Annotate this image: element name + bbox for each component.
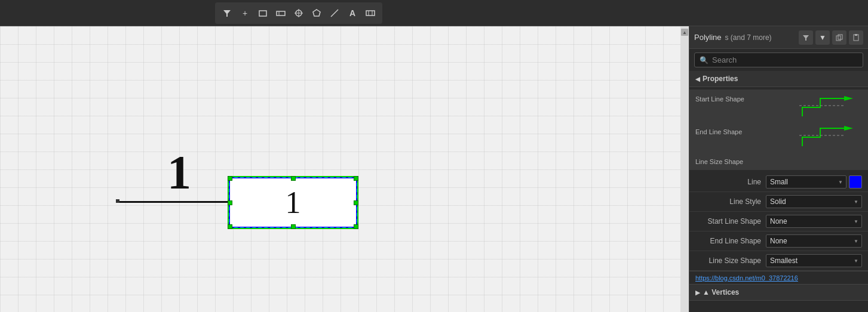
svg-rect-9	[366, 11, 375, 16]
svg-rect-16	[855, 34, 857, 36]
prop-row-line-size-shape: Line Size Shape Smallest Small Medium	[689, 251, 868, 271]
end-line-shape-control: None Arrow Diamond	[766, 234, 862, 248]
url-bar: https://blog.csdn.net/m0_37872216	[689, 271, 868, 284]
rect2-btn[interactable]	[272, 5, 289, 21]
properties-section-header: ◀ Properties	[689, 71, 868, 87]
section-arrow: ◀	[695, 76, 700, 82]
filter-icon-btn[interactable]	[799, 30, 813, 45]
filter-btn[interactable]	[219, 5, 235, 21]
handle-tr[interactable]	[354, 176, 358, 181]
line-style-label: Line Style	[695, 197, 761, 206]
add-btn[interactable]: +	[237, 5, 253, 21]
start-line-shape-control: None Arrow Diamond	[766, 215, 862, 228]
line-style-select[interactable]: Solid Dashed Dotted	[766, 195, 862, 208]
prop-row-line-style: Line Style Solid Dashed Dotted	[689, 192, 868, 212]
crosshair-btn[interactable]	[290, 5, 307, 21]
grid-btn[interactable]	[362, 5, 379, 21]
drawing-toolbar: + A	[215, 2, 382, 24]
filter-dropdown-btn[interactable]: ▼	[815, 30, 830, 45]
end-dash-line	[796, 132, 862, 138]
line-select-wrapper: Small Medium Large	[766, 175, 846, 189]
line-label: Line	[695, 178, 761, 186]
end-line-shape-select[interactable]: None Arrow Diamond	[766, 234, 862, 248]
search-icon: 🔍	[700, 56, 708, 64]
line-btn[interactable]	[326, 5, 343, 21]
svg-marker-17	[844, 96, 853, 101]
panel-header-icons: ▼	[799, 30, 863, 45]
handle-br[interactable]	[354, 224, 358, 229]
diagram-preview: Start Line Shape End Line Shape	[689, 89, 868, 170]
svg-marker-19	[844, 126, 853, 131]
start-line-shape-select-wrapper: None Arrow Diamond	[766, 215, 862, 228]
handle-tl[interactable]	[228, 176, 232, 181]
properties-section: ◀ Properties Start Line Shape End Line S…	[689, 71, 868, 312]
right-panel: Polyline s (and 7 more) ▼ 🔍	[689, 26, 868, 312]
svg-rect-2	[277, 11, 285, 16]
panel-header: Polyline s (and 7 more) ▼	[689, 26, 868, 49]
start-line-shape-label: Start Line Shape	[695, 95, 744, 103]
svg-line-8	[331, 10, 338, 17]
line-style-control: Solid Dashed Dotted	[766, 195, 862, 208]
prop-row-start-line-shape: Start Line Shape None Arrow Diamond	[689, 212, 868, 231]
box-number: 1	[286, 185, 301, 220]
url-text[interactable]: https://blog.csdn.net/m0_37872216	[695, 274, 798, 282]
end-line-shape-select-wrapper: None Arrow Diamond	[766, 234, 862, 248]
canvas-area[interactable]: 1 1	[0, 26, 680, 312]
line-size-shape-select[interactable]: Smallest Small Medium	[766, 254, 862, 267]
end-line-shape-label: End Line Shape	[695, 128, 742, 135]
connector-line	[117, 201, 234, 203]
search-box[interactable]: 🔍	[694, 52, 863, 67]
line-color-box[interactable]	[849, 175, 862, 189]
search-input[interactable]	[712, 55, 858, 64]
handle-bl[interactable]	[228, 224, 232, 229]
line-select[interactable]: Small Medium Large	[766, 175, 846, 189]
prop-row-line: Line Small Medium Large	[689, 172, 868, 192]
line-style-select-wrapper: Solid Dashed Dotted	[766, 195, 862, 208]
properties-label: Properties	[703, 75, 738, 83]
end-line-shape-prop-label: End Line Shape	[695, 237, 761, 245]
main-area: 1 1 ▲ Polyline s (and 7 more)	[0, 26, 868, 312]
mid-scroll-strip: ▲	[680, 26, 689, 312]
handle-tm[interactable]	[291, 176, 296, 181]
line-size-shape-select-wrapper: Smallest Small Medium	[766, 254, 862, 267]
line-size-shape-label: Line Size Shape	[695, 158, 743, 165]
start-line-shape-select[interactable]: None Arrow Diamond	[766, 215, 862, 228]
handle-lm[interactable]	[228, 200, 232, 205]
line-size-shape-control: Smallest Small Medium	[766, 254, 862, 267]
handle-rm[interactable]	[354, 200, 358, 205]
start-dash-line	[796, 103, 862, 109]
prop-row-end-line-shape: End Line Shape None Arrow Diamond	[689, 231, 868, 251]
vertices-section-header[interactable]: ▶ ▲ Vertices	[689, 284, 868, 301]
top-toolbar: + A	[0, 0, 868, 26]
copy-panel-btn[interactable]	[832, 30, 846, 45]
text-btn[interactable]: A	[344, 5, 361, 21]
panel-badge: s (and 7 more)	[725, 33, 772, 42]
svg-rect-1	[259, 11, 266, 16]
line-size-shape-prop-label: Line Size Shape	[695, 257, 761, 265]
svg-marker-12	[803, 35, 809, 41]
line-control: Small Medium Large	[766, 175, 862, 189]
handle-bm[interactable]	[291, 224, 296, 229]
rect-btn[interactable]	[254, 5, 271, 21]
large-number: 1	[167, 146, 191, 200]
svg-marker-7	[313, 10, 320, 16]
vertices-arrow: ▶	[695, 289, 700, 296]
svg-marker-0	[223, 10, 231, 17]
paste-panel-btn[interactable]	[849, 30, 863, 45]
scroll-up-btn[interactable]: ▲	[681, 29, 688, 36]
polygon-btn[interactable]	[308, 5, 325, 21]
start-line-shape-prop-label: Start Line Shape	[695, 217, 761, 225]
selected-box[interactable]: 1	[229, 177, 357, 228]
panel-title: Polyline	[694, 33, 722, 42]
line-start-dot	[116, 199, 119, 203]
vertices-label: ▲ Vertices	[703, 288, 739, 296]
